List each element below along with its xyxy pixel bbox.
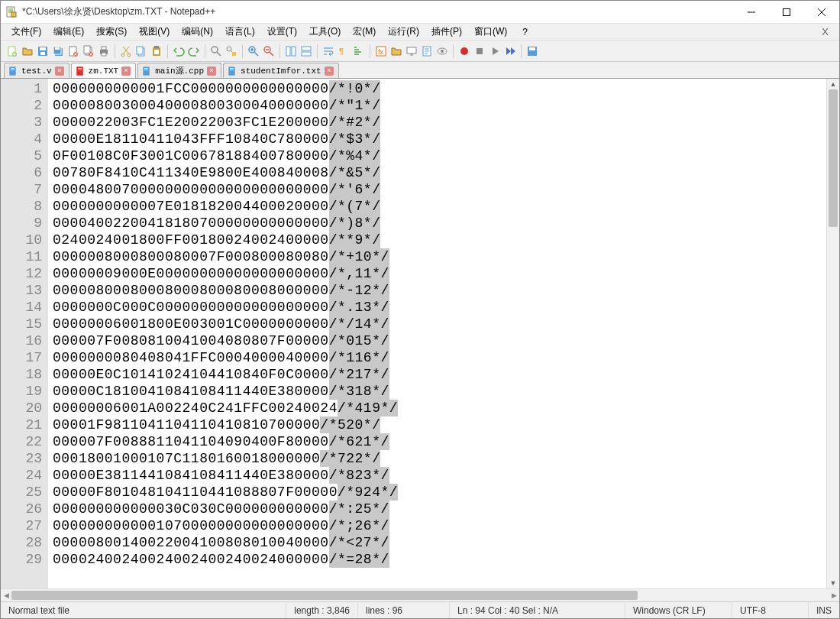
wordwrap-button[interactable] (321, 44, 335, 58)
sync-v-button[interactable] (284, 44, 298, 58)
vscroll-thumb[interactable] (829, 89, 838, 227)
code-line[interactable]: 0240024001800FF00180024002400000/**9*/ (48, 232, 826, 248)
menu-edit[interactable]: 编辑(E) (47, 24, 90, 40)
tab-close-x[interactable]: X (816, 26, 835, 37)
menu-plugins[interactable]: 插件(P) (425, 24, 468, 40)
toolbar-separator (370, 44, 370, 58)
sync-h-button[interactable] (299, 44, 313, 58)
play-button[interactable] (488, 44, 502, 58)
doc-button[interactable] (420, 44, 434, 58)
hscroll-thumb[interactable] (11, 591, 638, 600)
menu-tools[interactable]: 工具(O) (303, 24, 347, 40)
code-line[interactable]: 00000800300040000800300040000000/*"1*/ (48, 97, 826, 114)
tab-close-icon[interactable]: × (207, 66, 216, 76)
new-file-button[interactable] (5, 44, 19, 58)
code-line[interactable]: 00000800080008000800080008000000/*-12*/ (48, 282, 826, 299)
lang-button[interactable]: fx (374, 44, 388, 58)
code-line[interactable]: 0000000080408041FFC0004000040000/*116*/ (48, 349, 826, 366)
save-file-button[interactable] (36, 44, 50, 58)
hex-data: 00004800700000000000000000000000 (53, 181, 329, 198)
code-line[interactable]: 000007F0088811041104090400F80000/*621*/ (48, 433, 826, 450)
paste-button[interactable] (150, 44, 163, 58)
horizontal-scrollbar[interactable]: ◀ ▶ (1, 588, 839, 601)
code-line[interactable]: 00000E0C10141024104410840F0C0000/*217*/ (48, 366, 826, 383)
tab-test-v[interactable]: test.v× (4, 63, 69, 78)
vertical-scrollbar[interactable]: ▲ ▼ (826, 79, 839, 588)
menu-macro[interactable]: 宏(M) (347, 24, 382, 40)
folder-button[interactable] (389, 44, 403, 58)
close-all-button[interactable] (82, 44, 95, 58)
show-all-button[interactable]: ¶ (337, 44, 351, 58)
code-line[interactable]: 00000000000010700000000000000000/*;26*/ (48, 517, 826, 534)
scroll-down-arrow[interactable]: ▼ (827, 578, 839, 588)
code-line[interactable]: 00000006001A002240C241FFC00240024/*419*/ (48, 400, 826, 416)
code-line[interactable]: 00000F801048104110441088807F00000/*924*/ (48, 484, 826, 501)
copy-button[interactable] (134, 44, 148, 58)
save-all-button[interactable] (51, 44, 65, 58)
code-line[interactable]: 000007F0080810041004080807F00000/*015*/ (48, 332, 826, 349)
menu-help[interactable]: ? (516, 25, 534, 39)
code-line[interactable]: 00000E18110411043FFF10840C780000/*$3*/ (48, 131, 826, 147)
open-file-button[interactable] (21, 44, 34, 58)
code-line[interactable]: 00000006001800E003001C0000000000/*/14*/ (48, 316, 826, 332)
record-button[interactable] (457, 44, 471, 58)
tab-main-cpp[interactable]: main源.cpp× (137, 63, 221, 78)
scroll-up-arrow[interactable]: ▲ (827, 79, 839, 89)
code-line[interactable]: 00002400240024002400240024000000/*=28*/ (48, 551, 826, 568)
comment: /*&5*/ (329, 164, 381, 181)
zoom-out-button[interactable] (262, 44, 276, 58)
scroll-right-arrow[interactable]: ▶ (829, 589, 839, 601)
replace-button[interactable] (225, 44, 238, 58)
menu-view[interactable]: 视图(V) (133, 24, 176, 40)
zoom-in-button[interactable] (247, 44, 260, 58)
menu-run[interactable]: 运行(R) (382, 24, 425, 40)
code-line[interactable]: 00018001000107C1180160018000000/*722*/ (48, 450, 826, 467)
undo-button[interactable] (172, 44, 186, 58)
code-line[interactable]: 00780F8410C411340E9800E400840008/*&5*/ (48, 164, 826, 181)
play-multi-button[interactable] (503, 44, 517, 58)
close-file-button[interactable] (66, 44, 80, 58)
minimize-button[interactable] (734, 1, 769, 24)
stop-button[interactable] (473, 44, 486, 58)
scroll-left-arrow[interactable]: ◀ (1, 589, 11, 601)
eye-button[interactable] (435, 44, 449, 58)
tab-studentimfor-txt[interactable]: studentImfor.txt× (223, 63, 339, 78)
print-button[interactable] (97, 44, 111, 58)
code-line[interactable]: 0000000000007E018182004400020000/*(7*/ (48, 198, 826, 215)
menu-window[interactable]: 窗口(W) (468, 24, 513, 40)
code-line[interactable]: 00000E3811441084108411440E380000/*823*/ (48, 467, 826, 484)
comment: /*-12*/ (329, 282, 389, 299)
code-line[interactable]: 00004002200418180700000000000000/*)8*/ (48, 215, 826, 232)
menu-language[interactable]: 语言(L) (219, 24, 261, 40)
maximize-button[interactable] (769, 1, 804, 24)
menu-search[interactable]: 搜索(S) (90, 24, 133, 40)
menu-file[interactable]: 文件(F) (5, 24, 47, 40)
cut-button[interactable] (119, 44, 133, 58)
tab-zm-txt[interactable]: zm.TXT× (71, 63, 137, 78)
code-line[interactable]: 00000C1810041084108411440E380000/*318*/ (48, 383, 826, 400)
tab-close-icon[interactable]: × (325, 66, 334, 76)
code-content[interactable]: 0000000000001FCC0000000000000000/*!0*/00… (48, 79, 826, 588)
hscroll-track[interactable] (11, 589, 829, 601)
find-button[interactable] (209, 44, 223, 58)
code-line[interactable]: 000000000000030C030C000000000000/*:25*/ (48, 501, 826, 517)
monitor-button[interactable] (405, 44, 418, 58)
code-line[interactable]: 0000022003FC1E20022003FC1E200000/*#2*/ (48, 114, 826, 131)
code-line[interactable]: 0000000000001FCC0000000000000000/*!0*/ (48, 80, 826, 97)
code-line[interactable]: 0000008000800080007F000800080080/*+10*/ (48, 248, 826, 265)
code-line[interactable]: 00000009000E00000000000000000000/*,11*/ (48, 265, 826, 282)
code-line[interactable]: 0F00108C0F3001C00678188400780000/*%4*/ (48, 147, 826, 164)
tab-close-icon[interactable]: × (55, 66, 64, 76)
redo-button[interactable] (187, 44, 201, 58)
save-macro-button[interactable] (525, 44, 539, 58)
menu-settings[interactable]: 设置(T) (261, 24, 303, 40)
code-line[interactable]: 00001F9811041104110410810700000/*520*/ (48, 416, 826, 433)
tab-close-icon[interactable]: × (121, 66, 131, 76)
code-line[interactable]: 0000000C000C00000000000000000000/*.13*/ (48, 299, 826, 316)
menu-encoding[interactable]: 编码(N) (176, 24, 219, 40)
hex-data: 00004002200418180700000000000000 (53, 215, 329, 232)
indent-guide-button[interactable] (352, 44, 366, 58)
code-line[interactable]: 00000800140022004100808010040000/*<27*/ (48, 534, 826, 551)
close-button[interactable] (804, 1, 839, 24)
code-line[interactable]: 00004800700000000000000000000000/*'6*/ (48, 181, 826, 198)
